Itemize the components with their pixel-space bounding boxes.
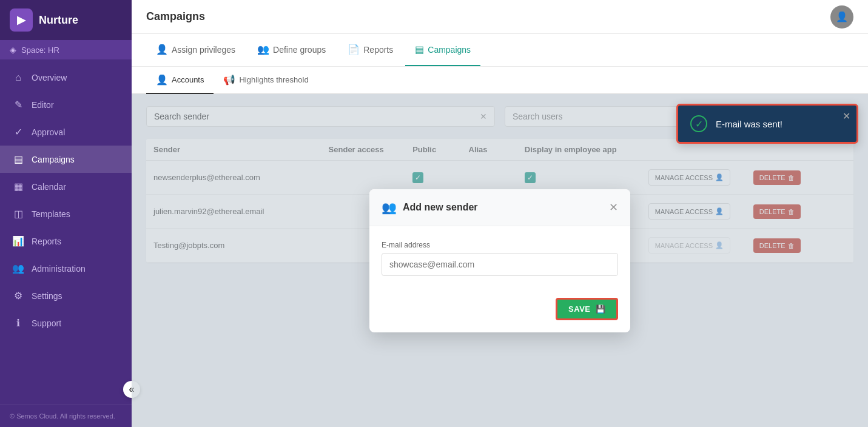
- sidebar-item-label: Templates: [32, 209, 70, 219]
- sidebar-nav: ⌂ Overview ✎ Editor ✓ Approval ▤ Campaig…: [0, 59, 132, 405]
- approval-icon: ✓: [12, 126, 24, 138]
- top-bar: Campaigns 👤: [132, 0, 868, 34]
- sidebar-item-settings[interactable]: ⚙ Settings: [0, 282, 132, 309]
- tab-campaigns[interactable]: ▤ Campaigns: [405, 34, 480, 66]
- sidebar-item-overview[interactable]: ⌂ Overview: [0, 64, 132, 91]
- modal-footer: SAVE 💾: [369, 291, 630, 332]
- sidebar-item-reports[interactable]: 📊 Reports: [0, 227, 132, 255]
- reports-tab-icon: 📄: [348, 44, 360, 55]
- app-name: Nurture: [39, 14, 78, 27]
- email-input[interactable]: [382, 253, 618, 276]
- reports-icon: 📊: [12, 235, 24, 247]
- tab-label: Reports: [363, 45, 393, 55]
- highlights-icon: 📢: [223, 74, 235, 86]
- editor-icon: ✎: [12, 99, 24, 110]
- sidebar-item-support[interactable]: ℹ Support: [0, 309, 132, 337]
- support-icon: ℹ: [12, 317, 24, 329]
- tab-label: Campaigns: [428, 45, 471, 55]
- sidebar-item-editor[interactable]: ✎ Editor: [0, 91, 132, 118]
- sidebar-item-campaigns[interactable]: ▤ Campaigns: [0, 146, 132, 173]
- save-button[interactable]: SAVE 💾: [556, 298, 618, 320]
- sidebar: ▶ Nurture ◈ Space: HR ⌂ Overview ✎ Edito…: [0, 0, 132, 427]
- overview-icon: ⌂: [12, 72, 24, 83]
- tab-define-groups[interactable]: 👥 Define groups: [247, 34, 335, 66]
- modal-body: E-mail address: [369, 226, 630, 291]
- accounts-icon: 👤: [156, 74, 168, 86]
- space-label[interactable]: ◈ Space: HR: [0, 40, 132, 59]
- toast-success-icon: ✓: [690, 115, 707, 132]
- toast-close-button[interactable]: ✕: [843, 110, 850, 122]
- sidebar-item-label: Editor: [32, 100, 54, 110]
- campaigns-icon: ▤: [12, 153, 24, 165]
- modal-title: Add new sender: [403, 202, 478, 213]
- tab-label: Define groups: [273, 45, 326, 55]
- administration-icon: 👥: [12, 263, 24, 274]
- sidebar-item-administration[interactable]: 👥 Administration: [0, 255, 132, 282]
- sub-tabs: 👤 Accounts 📢 Highlights threshold: [132, 67, 868, 94]
- sub-tab-label: Accounts: [172, 75, 204, 84]
- tab-assign-privileges[interactable]: 👤 Assign privileges: [146, 34, 245, 66]
- assign-privileges-icon: 👤: [156, 44, 168, 55]
- save-label: SAVE: [568, 304, 590, 314]
- sidebar-header: ▶ Nurture: [0, 0, 132, 40]
- tab-label: Assign privileges: [172, 45, 235, 55]
- save-icon: 💾: [596, 304, 606, 314]
- user-avatar[interactable]: 👤: [830, 5, 853, 29]
- sidebar-item-templates[interactable]: ◫ Templates: [0, 200, 132, 227]
- define-groups-icon: 👥: [257, 44, 269, 55]
- space-icon: ◈: [10, 45, 16, 55]
- calendar-icon: ▦: [12, 181, 24, 192]
- app-logo: ▶: [10, 8, 33, 32]
- add-sender-modal: 👥 Add new sender ✕ E-mail address SAVE 💾: [369, 189, 630, 332]
- modal-people-icon: 👥: [382, 200, 397, 215]
- settings-icon: ⚙: [12, 290, 24, 301]
- page-title: Campaigns: [146, 10, 205, 23]
- sidebar-item-label: Overview: [32, 73, 67, 82]
- sidebar-item-label: Support: [32, 318, 61, 328]
- main-tabs: 👤 Assign privileges 👥 Define groups 📄 Re…: [132, 34, 868, 67]
- modal-overlay: 👥 Add new sender ✕ E-mail address SAVE 💾: [132, 94, 868, 427]
- sub-tab-accounts[interactable]: 👤 Accounts: [146, 67, 214, 94]
- sidebar-item-label: Administration: [32, 264, 86, 274]
- content-area: ✕ Sender Sender access Public Alias Disp…: [132, 94, 868, 427]
- email-label: E-mail address: [382, 241, 618, 249]
- tab-reports[interactable]: 📄 Reports: [338, 34, 403, 66]
- space-name: Space: HR: [21, 45, 59, 55]
- sidebar-item-label: Approval: [32, 127, 65, 137]
- toast-notification: ✓ E-mail was sent! ✕: [676, 104, 858, 144]
- modal-header-left: 👥 Add new sender: [382, 200, 478, 215]
- sidebar-item-approval[interactable]: ✓ Approval: [0, 118, 132, 146]
- sub-tab-highlights[interactable]: 📢 Highlights threshold: [214, 67, 318, 94]
- campaigns-tab-icon: ▤: [415, 44, 424, 55]
- modal-close-button[interactable]: ✕: [609, 202, 618, 213]
- sidebar-footer: © Semos Cloud. All rights reserved.: [0, 405, 132, 427]
- templates-icon: ◫: [12, 208, 24, 220]
- sidebar-item-label: Calendar: [32, 182, 66, 192]
- sidebar-item-calendar[interactable]: ▦ Calendar: [0, 173, 132, 200]
- toast-message: E-mail was sent!: [716, 119, 782, 129]
- modal-header: 👥 Add new sender ✕: [369, 189, 630, 226]
- main-area: Campaigns 👤 👤 Assign privileges 👥 Define…: [132, 0, 868, 427]
- sub-tab-label: Highlights threshold: [239, 75, 308, 84]
- sidebar-item-label: Campaigns: [32, 155, 75, 164]
- sidebar-item-label: Reports: [32, 237, 61, 246]
- sidebar-item-label: Settings: [32, 291, 62, 301]
